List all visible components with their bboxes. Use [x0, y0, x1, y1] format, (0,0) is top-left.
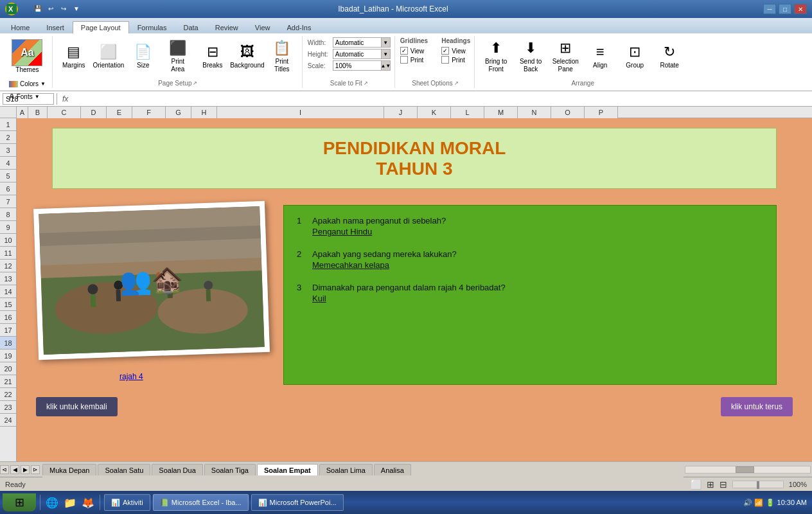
- row-11[interactable]: 11: [0, 247, 16, 260]
- tab-insert[interactable]: Insert: [38, 21, 73, 33]
- row-2[interactable]: 2: [0, 131, 16, 144]
- size-button[interactable]: 📄 Size: [127, 37, 159, 76]
- send-to-back-button[interactable]: ⬇ Send toBack: [515, 37, 547, 76]
- row-3[interactable]: 3: [0, 144, 16, 157]
- rotate-button[interactable]: ↻ Rotate: [653, 37, 685, 76]
- col-header-D[interactable]: D: [81, 107, 107, 118]
- width-combo-arrow[interactable]: ▼: [381, 38, 390, 47]
- col-header-O[interactable]: O: [551, 107, 585, 118]
- gridlines-view-checkbox[interactable]: [400, 47, 408, 55]
- row-23[interactable]: 23: [0, 401, 16, 414]
- dropdown-quick-btn[interactable]: ▼: [71, 3, 82, 14]
- page-setup-expand-icon[interactable]: ↗: [193, 80, 197, 86]
- height-combo-arrow[interactable]: ▼: [381, 49, 390, 58]
- row-7[interactable]: 7: [0, 195, 16, 208]
- tab-muka-depan[interactable]: Muka Depan: [42, 464, 96, 475]
- group-button[interactable]: ⊡ Group: [619, 37, 651, 76]
- margins-button[interactable]: ▤ Margins: [58, 37, 90, 76]
- col-header-F[interactable]: F: [132, 107, 166, 118]
- bring-to-front-button[interactable]: ⬆ Bring toFront: [480, 37, 512, 76]
- row-9[interactable]: 9: [0, 221, 16, 234]
- scale-combo-arrow[interactable]: ▲▼: [381, 61, 390, 70]
- themes-button[interactable]: Aa Themes: [11, 37, 43, 76]
- sheet-options-expand-icon[interactable]: ↗: [454, 80, 459, 86]
- align-button[interactable]: ≡ Align: [584, 37, 616, 76]
- status-view-normal[interactable]: ⬜: [691, 479, 702, 490]
- row-8[interactable]: 8: [0, 208, 16, 221]
- row-22[interactable]: 22: [0, 388, 16, 401]
- start-button[interactable]: ⊞: [3, 493, 36, 511]
- gridlines-print-checkbox[interactable]: [400, 56, 408, 64]
- row-16[interactable]: 16: [0, 311, 16, 324]
- col-header-E[interactable]: E: [107, 107, 132, 118]
- tab-soalan-satu[interactable]: Soalan Satu: [98, 464, 150, 475]
- col-header-M[interactable]: M: [484, 107, 518, 118]
- selection-pane-button[interactable]: ⊞ SelectionPane: [549, 37, 581, 76]
- tab-next-btn[interactable]: ▶: [21, 465, 30, 474]
- col-header-B[interactable]: B: [28, 107, 48, 118]
- col-header-G[interactable]: G: [166, 107, 191, 118]
- row-14[interactable]: 14: [0, 285, 16, 298]
- taskbar-aktiviti[interactable]: 📊 Aktiviti: [104, 494, 150, 511]
- row-4[interactable]: 4: [0, 157, 16, 170]
- tab-addins[interactable]: Add-Ins: [278, 21, 319, 33]
- col-header-L[interactable]: L: [451, 107, 484, 118]
- tab-soalan-dua[interactable]: Soalan Dua: [152, 464, 203, 475]
- row-12[interactable]: 12: [0, 260, 16, 272]
- col-header-N[interactable]: N: [518, 107, 551, 118]
- orientation-button[interactable]: ⬜ Orientation: [93, 37, 125, 76]
- row-20[interactable]: 20: [0, 362, 16, 375]
- breaks-button[interactable]: ⊟ Breaks: [197, 37, 229, 76]
- col-header-H[interactable]: H: [191, 107, 217, 118]
- save-quick-btn[interactable]: 💾: [32, 3, 44, 14]
- height-combo[interactable]: Automatic ▼: [333, 49, 391, 59]
- formula-input[interactable]: [73, 95, 809, 103]
- colors-button[interactable]: Colors ▼: [6, 78, 48, 89]
- taskbar-excel[interactable]: 📗 Microsoft Excel - Iba...: [153, 494, 249, 511]
- col-header-P[interactable]: P: [585, 107, 618, 118]
- redo-quick-btn[interactable]: ↪: [58, 3, 69, 14]
- tab-soalan-lima[interactable]: Soalan Lima: [319, 464, 373, 475]
- taskbar-powerpoint[interactable]: 📊 Microsoft PowerPoi...: [251, 494, 344, 511]
- row-21[interactable]: 21: [0, 375, 16, 388]
- kembali-button[interactable]: klik untuk kembali: [36, 397, 118, 416]
- tab-prev-btn[interactable]: ◀: [10, 465, 19, 474]
- scrollbar-thumb[interactable]: [736, 466, 754, 473]
- tab-first-btn[interactable]: ⊲: [0, 465, 9, 474]
- zoom-slider[interactable]: [732, 481, 784, 488]
- row-13[interactable]: 13: [0, 272, 16, 285]
- row-10[interactable]: 10: [0, 234, 16, 247]
- taskbar-icon-firefox[interactable]: 🦊: [80, 495, 96, 510]
- terus-button[interactable]: klik untuk terus: [721, 397, 793, 416]
- tab-page-layout[interactable]: Page Layout: [73, 21, 129, 33]
- close-btn[interactable]: ✕: [794, 4, 807, 14]
- scrollbar-track[interactable]: [685, 466, 811, 474]
- col-header-K[interactable]: K: [418, 107, 451, 118]
- maximize-btn[interactable]: □: [779, 4, 791, 14]
- row-5[interactable]: 5: [0, 170, 16, 182]
- col-header-J[interactable]: J: [384, 107, 418, 118]
- row-17[interactable]: 17: [0, 324, 16, 337]
- tab-last-btn[interactable]: ⊳: [31, 465, 40, 474]
- scale-expand-icon[interactable]: ↗: [364, 80, 368, 86]
- tab-soalan-empat[interactable]: Soalan Empat: [257, 464, 318, 475]
- undo-quick-btn[interactable]: ↩: [45, 3, 57, 14]
- status-view-break[interactable]: ⊟: [719, 479, 727, 490]
- print-area-button[interactable]: ⬛ PrintArea: [162, 37, 194, 76]
- status-view-layout[interactable]: ⊞: [707, 479, 714, 490]
- taskbar-icon-folder[interactable]: 📁: [62, 495, 78, 510]
- headings-view-checkbox[interactable]: [441, 47, 449, 55]
- tab-formulas[interactable]: Formulas: [129, 21, 175, 33]
- tab-home[interactable]: Home: [3, 21, 38, 33]
- cell-reference[interactable]: S18: [3, 93, 54, 105]
- scale-combo[interactable]: 100% ▲▼: [333, 60, 391, 71]
- tab-soalan-tiga[interactable]: Soalan Tiga: [204, 464, 256, 475]
- headings-print-checkbox[interactable]: [441, 56, 449, 64]
- tab-review[interactable]: Review: [207, 21, 247, 33]
- row-1[interactable]: 1: [0, 118, 16, 131]
- background-button[interactable]: 🖼 Background: [231, 37, 263, 76]
- tab-view[interactable]: View: [247, 21, 279, 33]
- tab-analisa[interactable]: Analisa: [374, 464, 411, 475]
- col-header-C[interactable]: C: [48, 107, 81, 118]
- row-18[interactable]: 18: [0, 337, 16, 350]
